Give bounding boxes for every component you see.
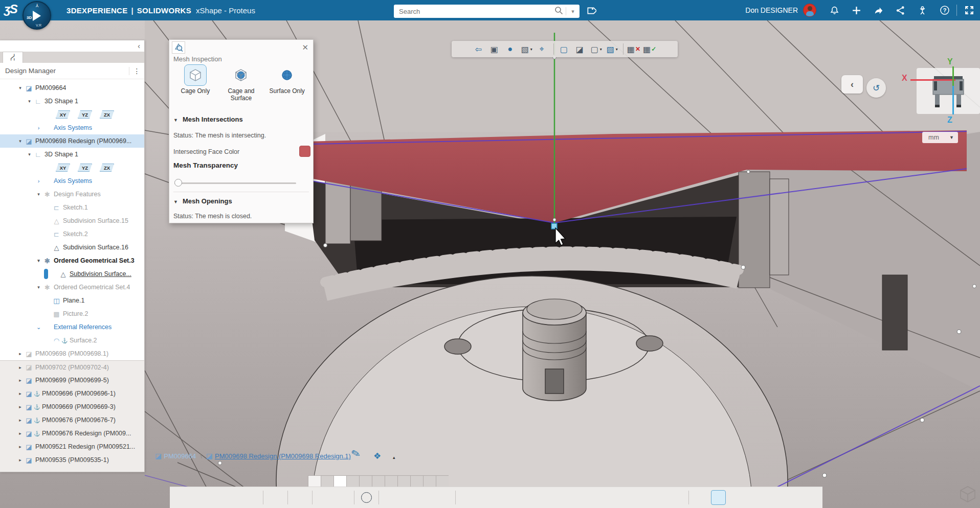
expander-icon[interactable]: ▾ — [16, 85, 24, 90]
action-tool-icon[interactable] — [209, 490, 224, 505]
share-nodes-icon[interactable] — [889, 0, 911, 20]
expander-icon[interactable]: ▾ — [26, 152, 33, 157]
dialog-tab[interactable] — [172, 41, 185, 54]
expander-icon[interactable]: › — [35, 178, 42, 184]
option-surface-only[interactable]: Surface Only — [265, 64, 309, 102]
expander-icon[interactable]: ▸ — [16, 457, 24, 463]
tree-item[interactable]: › ⚓ Axis Systems — [0, 121, 144, 134]
expand-triangle-icon[interactable]: ▴ — [393, 455, 395, 460]
user-name[interactable]: Don DESIGNER — [745, 6, 798, 14]
add-plus-icon[interactable] — [845, 0, 867, 20]
ribbon-tab[interactable] — [346, 475, 359, 488]
viewport-tool-icon[interactable]: ▦✓ — [643, 42, 657, 56]
action-tool-icon[interactable] — [530, 490, 545, 505]
ribbon-tab[interactable] — [321, 475, 333, 488]
ribbon-tab[interactable] — [333, 475, 346, 488]
action-tool-icon[interactable] — [495, 490, 510, 505]
slider-track[interactable] — [174, 182, 296, 184]
action-tool-icon[interactable] — [582, 490, 597, 505]
search-bar[interactable]: ▾ — [394, 5, 580, 18]
tree-item[interactable]: ▾ ⚓ Ordered Geometrical Set.3 — [0, 254, 144, 267]
search-options-chevron-icon[interactable]: ▾ — [566, 8, 580, 15]
action-tool-icon[interactable] — [191, 490, 206, 505]
tree-item[interactable]: ▾ ⚓ PM009664 — [0, 81, 144, 95]
tree-item[interactable]: ▸ ⚓ PM009669 (PM009669-3) — [0, 400, 144, 413]
action-tool-icon[interactable] — [226, 490, 241, 505]
expander-icon[interactable]: ▾ — [26, 99, 33, 104]
action-tool-icon[interactable] — [174, 490, 189, 505]
assistant-person-icon[interactable] — [911, 0, 933, 20]
expander-icon[interactable]: ▸ — [16, 391, 24, 396]
viewport-3d-scene[interactable] — [0, 0, 980, 508]
viewport-tool-icon[interactable]: ▧▾ — [605, 42, 619, 56]
tree-item[interactable]: ▾ ⚓ PM009698 Redesign (PM00969... — [0, 134, 144, 148]
tree-item[interactable]: ▾ ⚓ 3D Shape 1 — [0, 95, 144, 108]
mesh-transparency-slider[interactable] — [174, 179, 296, 187]
tree-item[interactable]: ▸ ⚓ PM009521 Redesign (PM009521... — [0, 440, 144, 453]
expander-icon[interactable]: ▸ — [16, 351, 24, 356]
units-dropdown[interactable]: mm ▼ — [922, 132, 958, 143]
viewport-tool-icon[interactable]: ⌖ — [536, 42, 550, 56]
action-tool-icon[interactable] — [268, 490, 283, 505]
intersecting-face-color-swatch[interactable] — [299, 146, 310, 157]
ref-planes[interactable]: XYYZZX — [56, 110, 114, 119]
tree-item[interactable]: ⚓ XYYZZX — [0, 161, 144, 174]
slider-thumb[interactable] — [174, 179, 182, 187]
fullscreen-expand-icon[interactable] — [958, 0, 980, 20]
action-tool-icon[interactable] — [652, 490, 666, 505]
action-tool-icon[interactable] — [384, 490, 398, 505]
action-tool-icon[interactable] — [436, 490, 451, 505]
share-forward-icon[interactable] — [867, 0, 889, 20]
action-tool-icon[interactable] — [361, 492, 372, 503]
ribbon-tab[interactable] — [359, 475, 372, 488]
tree-item[interactable]: ⚓ Surface.2 — [0, 334, 144, 347]
tree-item[interactable]: ⚓ XYYZZX — [0, 108, 144, 121]
viewport-tool-icon[interactable]: ◪ — [573, 42, 588, 56]
viewport-tool-icon[interactable]: ▣ — [488, 42, 502, 56]
tree-item[interactable]: ▾ ⚓ Design Features — [0, 188, 144, 201]
tree-item[interactable]: ⌄ ⚓ External References — [0, 320, 144, 334]
ribbon-tab[interactable] — [436, 475, 449, 488]
tree-item[interactable]: ⚓ Subdivision Surface... — [0, 267, 144, 281]
tree-item[interactable]: ⚓ Picture.2 — [0, 307, 144, 320]
panel-menu-icon[interactable]: ⋮ — [129, 67, 144, 75]
expander-icon[interactable]: ▸ — [16, 418, 24, 423]
expander-icon[interactable]: ▾ — [35, 192, 42, 197]
action-tool-icon[interactable] — [547, 490, 562, 505]
action-tool-icon[interactable] — [317, 490, 332, 505]
option-cage-and-surface[interactable]: Cage and Surface — [219, 64, 263, 102]
expander-icon[interactable]: › — [35, 125, 42, 131]
action-tool-icon[interactable] — [565, 490, 580, 505]
breadcrumb-root[interactable]: PM009664 — [164, 452, 196, 460]
ribbon-tab[interactable] — [308, 475, 321, 488]
viewport-tool-icon[interactable]: ▧▾ — [520, 42, 534, 56]
expander-icon[interactable]: ▸ — [16, 378, 24, 383]
ribbon-tab[interactable] — [385, 475, 397, 488]
action-tool-icon[interactable] — [669, 490, 684, 505]
breadcrumb-current[interactable]: PM009698 Redesign (PM009698 Redesign.1) — [215, 452, 351, 460]
expander-icon[interactable]: ▸ — [16, 431, 24, 436]
section-mesh-openings[interactable]: ▼Mesh Openings — [173, 197, 232, 205]
section-mesh-intersections[interactable]: ▼Mesh Intersections — [173, 116, 243, 123]
tree-item[interactable]: ⚓ Subdivision Surface.15 — [0, 214, 144, 227]
action-tool-icon[interactable] — [460, 490, 475, 505]
update-mesh-button[interactable]: ↺ — [866, 78, 886, 98]
ribbon-tab[interactable] — [372, 475, 385, 488]
option-cage-only[interactable]: Cage Only — [173, 64, 217, 102]
tree-item[interactable]: ▸ ⚓ PM009676 Redesign (PM009... — [0, 427, 144, 440]
action-tool-icon[interactable] — [335, 490, 349, 505]
tree-item[interactable]: ⚓ Plane.1 — [0, 294, 144, 307]
sidebar-collapse-chevron-icon[interactable]: ‹ — [138, 42, 140, 50]
3dexperience-compass[interactable]: ⅄ 3DV.R — [23, 1, 51, 30]
tab-design-tree[interactable]: ⌥ — [3, 52, 23, 63]
action-tool-icon[interactable] — [401, 490, 416, 505]
avatar[interactable] — [803, 4, 816, 17]
action-tool-icon[interactable] — [243, 490, 258, 505]
expander-icon[interactable]: ▸ — [16, 444, 24, 449]
action-tool-icon[interactable] — [513, 490, 527, 505]
viewport-tool-icon[interactable]: ▦✕ — [627, 42, 641, 56]
close-icon[interactable]: ✕ — [302, 43, 308, 52]
expander-icon[interactable]: ▸ — [16, 365, 24, 370]
tree-item[interactable]: ⚓ Subdivision Surface.16 — [0, 241, 144, 254]
tree-item[interactable]: › ⚓ Axis Systems — [0, 174, 144, 188]
